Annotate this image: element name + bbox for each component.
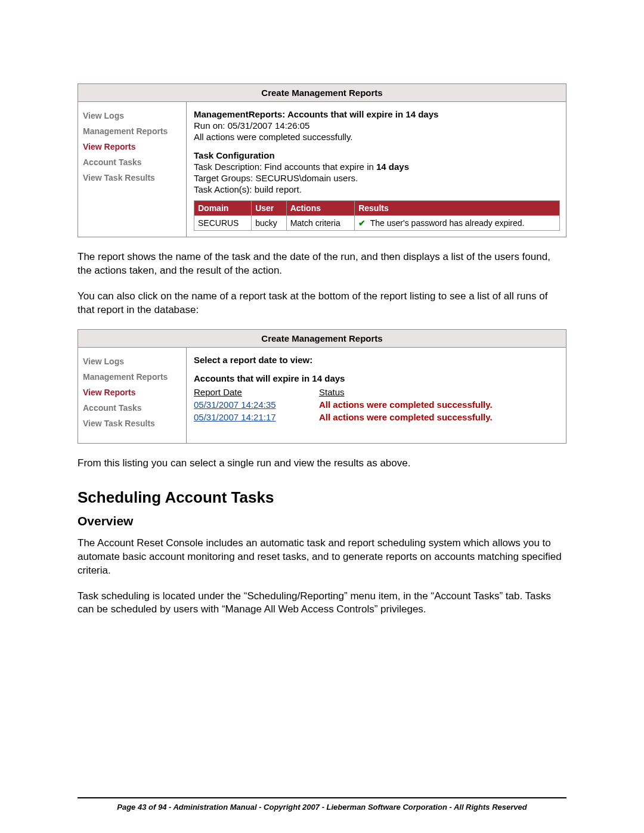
task-actions: Task Action(s): build report. — [194, 184, 560, 194]
report-actions-complete: All actions were completed successfully. — [194, 132, 560, 142]
panel-title: Create Management Reports — [78, 84, 566, 102]
sidebar-item-account-tasks[interactable]: Account Tasks — [83, 400, 181, 416]
paragraph: You can also click on the name of a repo… — [78, 290, 566, 317]
col-results: Results — [355, 201, 560, 216]
report-name: Accounts that will expire in 14 days — [194, 373, 560, 383]
cell-results: ✔ The user's password has already expire… — [355, 216, 560, 231]
col-status: Status — [319, 386, 560, 398]
report-run-on: Run on: 05/31/2007 14:26:05 — [194, 120, 560, 131]
paragraph: From this listing you can select a singl… — [78, 457, 566, 470]
sidebar-item-view-logs[interactable]: View Logs — [83, 354, 181, 369]
sidebar-item-management-reports[interactable]: Management Reports — [83, 369, 181, 385]
panel-content: Select a report date to view: Accounts t… — [187, 348, 566, 443]
col-domain: Domain — [194, 201, 252, 216]
col-report-date: Report Date — [194, 386, 301, 398]
report-date-link[interactable]: 05/31/2007 14:24:35 — [194, 398, 301, 411]
panel-title: Create Management Reports — [78, 330, 566, 348]
panel-report-result: Create Management Reports View Logs Mana… — [78, 83, 566, 237]
panel-report-dates: Create Management Reports View Logs Mana… — [78, 329, 566, 444]
report-date-grid: Report Date Status 05/31/2007 14:24:35 A… — [194, 386, 560, 423]
paragraph: The report shows the name of the task an… — [78, 250, 566, 278]
select-date-label: Select a report date to view: — [194, 355, 560, 365]
task-config-header: Task Configuration — [194, 150, 560, 160]
sidebar-item-view-reports[interactable]: View Reports — [83, 139, 181, 154]
cell-domain: SECURUS — [194, 216, 252, 231]
report-status: All actions were completed successfully. — [319, 411, 560, 423]
results-table: Domain User Actions Results SECURUS buck… — [194, 200, 560, 231]
col-actions: Actions — [286, 201, 355, 216]
sidebar-item-view-logs[interactable]: View Logs — [83, 108, 181, 123]
sidebar-item-view-task-results[interactable]: View Task Results — [83, 170, 181, 185]
task-target-groups: Target Groups: SECURUS\domain users. — [194, 173, 560, 183]
checkmark-icon: ✔ — [358, 218, 366, 228]
report-status: All actions were completed successfully. — [319, 398, 560, 411]
sidebar: View Logs Management Reports View Report… — [78, 102, 187, 237]
panel-content: ManagementReports: Accounts that will ex… — [187, 102, 566, 237]
sidebar-item-account-tasks[interactable]: Account Tasks — [83, 154, 181, 170]
sidebar-item-view-reports[interactable]: View Reports — [83, 385, 181, 400]
sidebar-item-management-reports[interactable]: Management Reports — [83, 123, 181, 139]
paragraph: Task scheduling is located under the “Sc… — [78, 590, 566, 617]
footer-rule — [78, 797, 566, 798]
paragraph: The Account Reset Console includes an au… — [78, 537, 566, 578]
cell-actions: Match criteria — [286, 216, 355, 231]
cell-user: bucky — [252, 216, 287, 231]
sidebar-item-view-task-results[interactable]: View Task Results — [83, 416, 181, 431]
sidebar: View Logs Management Reports View Report… — [78, 348, 187, 443]
table-row: SECURUS bucky Match criteria ✔ The user'… — [194, 216, 560, 231]
heading-scheduling: Scheduling Account Tasks — [78, 488, 566, 507]
report-title: ManagementReports: Accounts that will ex… — [194, 109, 560, 119]
col-user: User — [252, 201, 287, 216]
page-footer: Page 43 of 94 - Administration Manual - … — [0, 803, 644, 812]
report-date-link[interactable]: 05/31/2007 14:21:17 — [194, 411, 301, 423]
task-description: Task Description: Find accounts that exp… — [194, 162, 560, 172]
heading-overview: Overview — [78, 514, 566, 528]
